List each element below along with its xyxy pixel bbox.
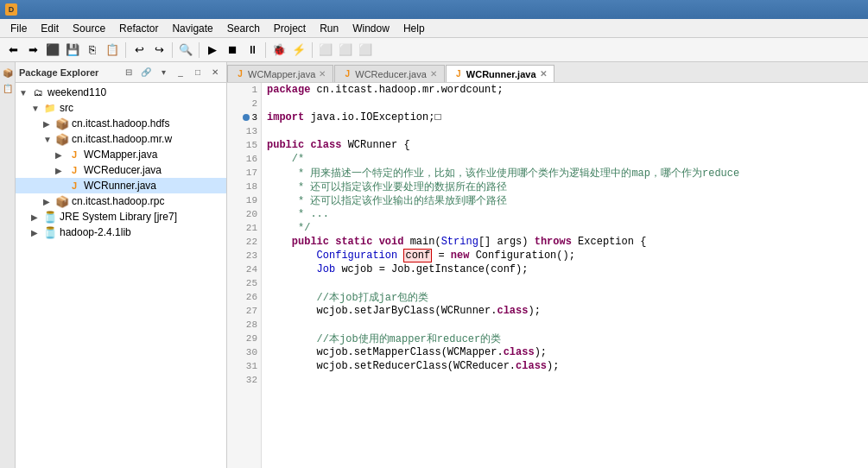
toolbar-button-13[interactable]: ⏹ bbox=[223, 41, 242, 60]
toolbar-button-17[interactable]: ⚡ bbox=[289, 41, 308, 60]
tree-icon-jar: 🫙 bbox=[43, 210, 57, 224]
code-line-29: //本job使用的mapper和reducer的类 bbox=[262, 332, 868, 345]
tree-item-weekend110[interactable]: ▼🗂weekend110 bbox=[16, 85, 226, 100]
tree-item-jre_system_library__jre7_[interactable]: ▶🫙JRE System Library [jre7] bbox=[16, 209, 226, 225]
tree-icon-package: 📦 bbox=[55, 194, 69, 208]
toolbar-button-16[interactable]: 🐞 bbox=[269, 41, 288, 60]
collapse-all-button[interactable]: ⊟ bbox=[121, 65, 136, 80]
tree-label: cn.itcast.hadoop.rpc bbox=[72, 195, 164, 207]
tree-toggle[interactable]: ▶ bbox=[55, 150, 67, 160]
token-nm: ); bbox=[547, 360, 559, 372]
token-nm: wcjob.setMapperClass(WCMapper. bbox=[267, 346, 504, 358]
line-number: 23 bbox=[246, 250, 257, 261]
tree-item-hadoop_2_4_1lib[interactable]: ▶🫙hadoop-2.4.1lib bbox=[16, 225, 226, 240]
tree-item-src[interactable]: ▼📁src bbox=[16, 100, 226, 116]
side-tab-1[interactable]: 📦 bbox=[1, 66, 15, 79]
code-editor: 1231315161718192021222324252627282930313… bbox=[227, 83, 868, 468]
tab-close-button[interactable]: ✕ bbox=[540, 69, 547, 79]
panel-menu-button[interactable]: ▾ bbox=[155, 65, 171, 80]
line-number: 32 bbox=[246, 375, 257, 385]
tab-icon: J bbox=[342, 69, 352, 79]
token-kw: new bbox=[451, 250, 470, 262]
toolbar-button-3[interactable]: 💾 bbox=[63, 41, 82, 60]
toolbar-button-1[interactable]: ➡ bbox=[23, 41, 42, 60]
toolbar-button-4[interactable]: ⎘ bbox=[83, 41, 102, 60]
tree-icon-jar: 🫙 bbox=[43, 225, 57, 239]
menu-item-help[interactable]: Help bbox=[396, 21, 432, 36]
code-content[interactable]: package cn.itcast.hadoop.mr.wordcount; i… bbox=[262, 83, 868, 468]
side-tab-2[interactable]: 📋 bbox=[1, 81, 15, 95]
line-number: 30 bbox=[246, 347, 257, 357]
tree-item-cn_itcast_hadoop_mr_w[interactable]: ▼📦cn.itcast.hadoop.mr.w bbox=[16, 131, 226, 147]
token-ty: Job bbox=[267, 263, 335, 275]
toolbar-button-10[interactable]: 🔍 bbox=[176, 41, 195, 60]
tree-label: JRE System Library [jre7] bbox=[60, 211, 177, 223]
toolbar-button-7[interactable]: ↩ bbox=[130, 41, 149, 60]
token-cm: * 还可以指定该作业输出的结果放到哪个路径 bbox=[267, 193, 507, 208]
token-kw: class bbox=[504, 346, 535, 358]
tab-close-button[interactable]: ✕ bbox=[319, 69, 326, 79]
tree-toggle[interactable]: ▶ bbox=[43, 197, 55, 206]
editor-tab-WCReducer_java[interactable]: JWCReducer.java✕ bbox=[334, 65, 445, 82]
token-kw: void bbox=[379, 236, 404, 248]
tree-toggle[interactable]: ▼ bbox=[19, 88, 31, 98]
menu-item-run[interactable]: Run bbox=[313, 21, 345, 36]
tree-item-wcmapper_java[interactable]: ▶JWCMapper.java bbox=[16, 147, 226, 162]
line-number: 21 bbox=[246, 223, 257, 233]
token-cm: * ... bbox=[267, 208, 329, 220]
tree-toggle[interactable]: ▶ bbox=[31, 228, 43, 237]
toolbar-button-21[interactable]: ⬜ bbox=[356, 41, 375, 60]
menu-item-edit[interactable]: Edit bbox=[34, 21, 66, 36]
side-tabs: 📦 📋 bbox=[0, 62, 16, 468]
menu-item-source[interactable]: Source bbox=[66, 21, 112, 36]
tree-toggle[interactable]: ▼ bbox=[31, 104, 43, 113]
tree-toggle[interactable]: ▶ bbox=[55, 166, 67, 175]
code-line-21: */ bbox=[262, 221, 868, 235]
toolbar-button-20[interactable]: ⬜ bbox=[336, 41, 355, 60]
toolbar-separator bbox=[172, 42, 173, 58]
toolbar-button-2[interactable]: ⬛ bbox=[43, 41, 62, 60]
toolbar-button-14[interactable]: ⏸ bbox=[243, 41, 262, 60]
tab-label: WCReducer.java bbox=[355, 69, 427, 79]
tree-toggle[interactable]: ▼ bbox=[43, 135, 55, 144]
token-nm bbox=[397, 250, 403, 262]
gutter-line-30: 30 bbox=[227, 345, 261, 359]
menu-item-file[interactable]: File bbox=[3, 21, 34, 36]
token-kw: static bbox=[335, 236, 372, 248]
token-kw: class bbox=[516, 360, 547, 372]
menu-item-project[interactable]: Project bbox=[267, 21, 313, 36]
toolbar-button-5[interactable]: 📋 bbox=[103, 41, 122, 60]
editor-tab-WCRunner_java[interactable]: JWCRunner.java✕ bbox=[446, 65, 554, 82]
tree-item-wcreducer_java[interactable]: ▶JWCReducer.java bbox=[16, 162, 226, 178]
menu-item-search[interactable]: Search bbox=[220, 21, 267, 36]
minimize-button[interactable]: _ bbox=[173, 65, 188, 80]
toolbar-button-12[interactable]: ▶ bbox=[203, 41, 222, 60]
tree-item-wcrunner_java[interactable]: JWCRunner.java bbox=[16, 178, 226, 193]
tree-item-cn_itcast_hadoop_hdfs[interactable]: ▶📦cn.itcast.hadoop.hdfs bbox=[16, 116, 226, 131]
token-kw: throws bbox=[535, 236, 572, 248]
token-ty: Configuration bbox=[267, 250, 397, 262]
toolbar-button-8[interactable]: ↪ bbox=[149, 41, 168, 60]
token-nm: java.io.IOException;□ bbox=[304, 111, 440, 123]
token-kw: public bbox=[267, 236, 329, 248]
breakpoint-marker bbox=[243, 114, 250, 121]
menu-item-window[interactable]: Window bbox=[345, 21, 396, 36]
editor-tab-WCMapper_java[interactable]: JWCMapper.java✕ bbox=[227, 65, 333, 82]
tree-icon-package: 📦 bbox=[55, 132, 69, 146]
toolbar-button-19[interactable]: ⬜ bbox=[316, 41, 335, 60]
tab-close-button[interactable]: ✕ bbox=[430, 69, 437, 79]
panel-toolbar: ⊟ 🔗 ▾ _ □ ✕ bbox=[121, 65, 223, 80]
link-editor-button[interactable]: 🔗 bbox=[138, 65, 154, 80]
tree-item-cn_itcast_hadoop_rpc[interactable]: ▶📦cn.itcast.hadoop.rpc bbox=[16, 193, 226, 209]
line-number: 24 bbox=[246, 264, 257, 275]
token-nm: Configuration(); bbox=[469, 250, 574, 262]
menu-item-navigate[interactable]: Navigate bbox=[165, 21, 219, 36]
maximize-button[interactable]: □ bbox=[190, 65, 206, 80]
toolbar-button-0[interactable]: ⬅ bbox=[3, 41, 22, 60]
close-panel-button[interactable]: ✕ bbox=[207, 65, 223, 80]
menu-item-refactor[interactable]: Refactor bbox=[112, 21, 165, 36]
tree-toggle[interactable]: ▶ bbox=[43, 119, 55, 129]
tree-label: cn.itcast.hadoop.mr.w bbox=[72, 133, 172, 145]
token-kw: class bbox=[497, 305, 528, 317]
tree-toggle[interactable]: ▶ bbox=[31, 212, 43, 222]
